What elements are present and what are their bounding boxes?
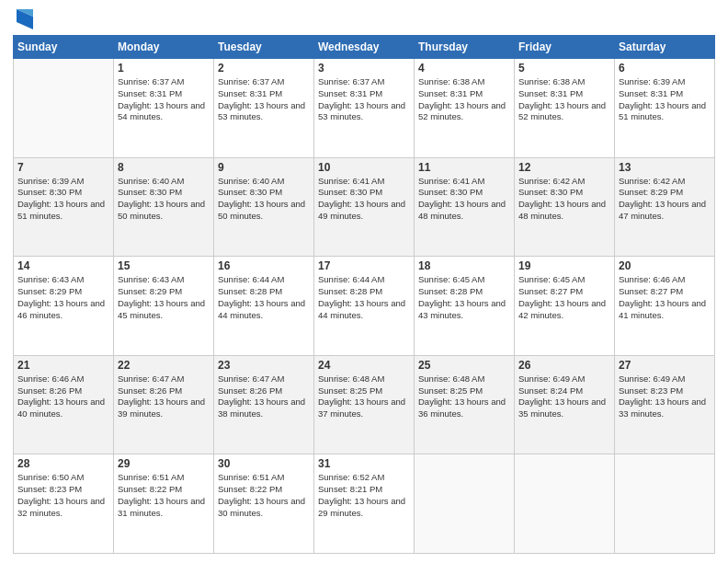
calendar-cell: 8Sunrise: 6:40 AM Sunset: 8:30 PM Daylig… (114, 157, 214, 257)
calendar-cell: 9Sunrise: 6:40 AM Sunset: 8:30 PM Daylig… (214, 157, 314, 257)
day-number: 20 (619, 259, 711, 272)
calendar-cell: 25Sunrise: 6:48 AM Sunset: 8:25 PM Dayli… (415, 355, 515, 454)
header (13, 9, 715, 29)
day-number: 7 (17, 161, 109, 174)
day-number: 29 (118, 457, 210, 470)
day-number: 8 (118, 161, 210, 174)
calendar-cell: 23Sunrise: 6:47 AM Sunset: 8:26 PM Dayli… (214, 355, 314, 454)
calendar-cell (515, 454, 615, 554)
calendar-cell: 22Sunrise: 6:47 AM Sunset: 8:26 PM Dayli… (114, 355, 214, 454)
calendar-cell: 28Sunrise: 6:50 AM Sunset: 8:23 PM Dayli… (14, 454, 114, 554)
day-info: Sunrise: 6:38 AM Sunset: 8:31 PM Dayligh… (518, 76, 610, 123)
calendar-cell: 20Sunrise: 6:46 AM Sunset: 8:27 PM Dayli… (615, 257, 715, 356)
calendar-cell: 4Sunrise: 6:38 AM Sunset: 8:31 PM Daylig… (415, 59, 515, 158)
weekday-header-saturday: Saturday (615, 36, 715, 59)
day-info: Sunrise: 6:37 AM Sunset: 8:31 PM Dayligh… (118, 76, 210, 123)
calendar-cell: 29Sunrise: 6:51 AM Sunset: 8:22 PM Dayli… (114, 454, 214, 554)
day-info: Sunrise: 6:46 AM Sunset: 8:27 PM Dayligh… (619, 274, 711, 321)
calendar-week-2: 7Sunrise: 6:39 AM Sunset: 8:30 PM Daylig… (14, 157, 715, 257)
calendar-week-5: 28Sunrise: 6:50 AM Sunset: 8:23 PM Dayli… (14, 454, 715, 554)
calendar-cell: 14Sunrise: 6:43 AM Sunset: 8:29 PM Dayli… (14, 257, 114, 356)
day-number: 5 (518, 62, 610, 75)
weekday-header-sunday: Sunday (14, 36, 114, 59)
day-number: 25 (418, 359, 510, 372)
day-number: 10 (318, 161, 410, 174)
day-number: 28 (17, 457, 109, 470)
day-info: Sunrise: 6:44 AM Sunset: 8:28 PM Dayligh… (318, 274, 410, 321)
day-info: Sunrise: 6:48 AM Sunset: 8:25 PM Dayligh… (418, 373, 510, 420)
calendar-cell (615, 454, 715, 554)
day-number: 31 (318, 457, 410, 470)
calendar-week-4: 21Sunrise: 6:46 AM Sunset: 8:26 PM Dayli… (14, 355, 715, 454)
day-info: Sunrise: 6:37 AM Sunset: 8:31 PM Dayligh… (218, 76, 310, 123)
day-info: Sunrise: 6:39 AM Sunset: 8:31 PM Dayligh… (619, 76, 711, 123)
day-info: Sunrise: 6:47 AM Sunset: 8:26 PM Dayligh… (118, 373, 210, 420)
day-number: 23 (218, 359, 310, 372)
calendar-cell: 24Sunrise: 6:48 AM Sunset: 8:25 PM Dayli… (314, 355, 415, 454)
day-number: 14 (17, 259, 109, 272)
day-info: Sunrise: 6:41 AM Sunset: 8:30 PM Dayligh… (418, 176, 510, 223)
day-info: Sunrise: 6:42 AM Sunset: 8:30 PM Dayligh… (518, 176, 610, 223)
day-number: 9 (218, 161, 310, 174)
calendar-cell: 26Sunrise: 6:49 AM Sunset: 8:24 PM Dayli… (515, 355, 615, 454)
calendar-week-1: 1Sunrise: 6:37 AM Sunset: 8:31 PM Daylig… (14, 59, 715, 158)
day-number: 15 (118, 259, 210, 272)
day-number: 13 (619, 161, 711, 174)
day-number: 1 (118, 62, 210, 75)
weekday-header-wednesday: Wednesday (314, 36, 415, 59)
day-info: Sunrise: 6:43 AM Sunset: 8:29 PM Dayligh… (118, 274, 210, 321)
day-number: 16 (218, 259, 310, 272)
calendar-cell (14, 59, 114, 158)
calendar-cell: 30Sunrise: 6:51 AM Sunset: 8:22 PM Dayli… (214, 454, 314, 554)
day-info: Sunrise: 6:41 AM Sunset: 8:30 PM Dayligh… (318, 176, 410, 223)
day-info: Sunrise: 6:37 AM Sunset: 8:31 PM Dayligh… (318, 76, 410, 123)
day-info: Sunrise: 6:49 AM Sunset: 8:24 PM Dayligh… (518, 373, 610, 420)
weekday-header-tuesday: Tuesday (214, 36, 314, 59)
day-info: Sunrise: 6:47 AM Sunset: 8:26 PM Dayligh… (218, 373, 310, 420)
day-number: 3 (318, 62, 410, 75)
day-number: 19 (518, 259, 610, 272)
day-number: 17 (318, 259, 410, 272)
day-info: Sunrise: 6:46 AM Sunset: 8:26 PM Dayligh… (17, 373, 109, 420)
day-info: Sunrise: 6:45 AM Sunset: 8:27 PM Dayligh… (518, 274, 610, 321)
day-info: Sunrise: 6:44 AM Sunset: 8:28 PM Dayligh… (218, 274, 310, 321)
day-info: Sunrise: 6:50 AM Sunset: 8:23 PM Dayligh… (17, 472, 109, 519)
day-number: 26 (518, 359, 610, 372)
calendar-cell: 6Sunrise: 6:39 AM Sunset: 8:31 PM Daylig… (615, 59, 715, 158)
day-number: 6 (619, 62, 711, 75)
day-info: Sunrise: 6:51 AM Sunset: 8:22 PM Dayligh… (218, 472, 310, 519)
calendar-cell: 13Sunrise: 6:42 AM Sunset: 8:29 PM Dayli… (615, 157, 715, 257)
day-number: 27 (619, 359, 711, 372)
calendar-cell: 16Sunrise: 6:44 AM Sunset: 8:28 PM Dayli… (214, 257, 314, 356)
calendar-cell: 15Sunrise: 6:43 AM Sunset: 8:29 PM Dayli… (114, 257, 214, 356)
day-info: Sunrise: 6:43 AM Sunset: 8:29 PM Dayligh… (17, 274, 109, 321)
day-info: Sunrise: 6:42 AM Sunset: 8:29 PM Dayligh… (619, 176, 711, 223)
calendar-cell: 2Sunrise: 6:37 AM Sunset: 8:31 PM Daylig… (214, 59, 314, 158)
day-number: 24 (318, 359, 410, 372)
calendar-cell: 3Sunrise: 6:37 AM Sunset: 8:31 PM Daylig… (314, 59, 415, 158)
day-number: 4 (418, 62, 510, 75)
day-info: Sunrise: 6:38 AM Sunset: 8:31 PM Dayligh… (418, 76, 510, 123)
day-number: 21 (17, 359, 109, 372)
weekday-header-monday: Monday (114, 36, 214, 59)
weekday-header-thursday: Thursday (415, 36, 515, 59)
day-info: Sunrise: 6:45 AM Sunset: 8:28 PM Dayligh… (418, 274, 510, 321)
weekday-header-row: SundayMondayTuesdayWednesdayThursdayFrid… (14, 36, 715, 59)
day-number: 30 (218, 457, 310, 470)
day-info: Sunrise: 6:49 AM Sunset: 8:23 PM Dayligh… (619, 373, 711, 420)
day-number: 11 (418, 161, 510, 174)
weekday-header-friday: Friday (515, 36, 615, 59)
day-info: Sunrise: 6:40 AM Sunset: 8:30 PM Dayligh… (218, 176, 310, 223)
calendar-cell: 17Sunrise: 6:44 AM Sunset: 8:28 PM Dayli… (314, 257, 415, 356)
logo-icon (17, 9, 33, 29)
calendar-week-3: 14Sunrise: 6:43 AM Sunset: 8:29 PM Dayli… (14, 257, 715, 356)
calendar-cell: 31Sunrise: 6:52 AM Sunset: 8:21 PM Dayli… (314, 454, 415, 554)
calendar-cell: 11Sunrise: 6:41 AM Sunset: 8:30 PM Dayli… (415, 157, 515, 257)
calendar-cell: 21Sunrise: 6:46 AM Sunset: 8:26 PM Dayli… (14, 355, 114, 454)
day-number: 12 (518, 161, 610, 174)
day-info: Sunrise: 6:40 AM Sunset: 8:30 PM Dayligh… (118, 176, 210, 223)
day-info: Sunrise: 6:51 AM Sunset: 8:22 PM Dayligh… (118, 472, 210, 519)
day-info: Sunrise: 6:48 AM Sunset: 8:25 PM Dayligh… (318, 373, 410, 420)
calendar-cell: 7Sunrise: 6:39 AM Sunset: 8:30 PM Daylig… (14, 157, 114, 257)
calendar-cell: 10Sunrise: 6:41 AM Sunset: 8:30 PM Dayli… (314, 157, 415, 257)
